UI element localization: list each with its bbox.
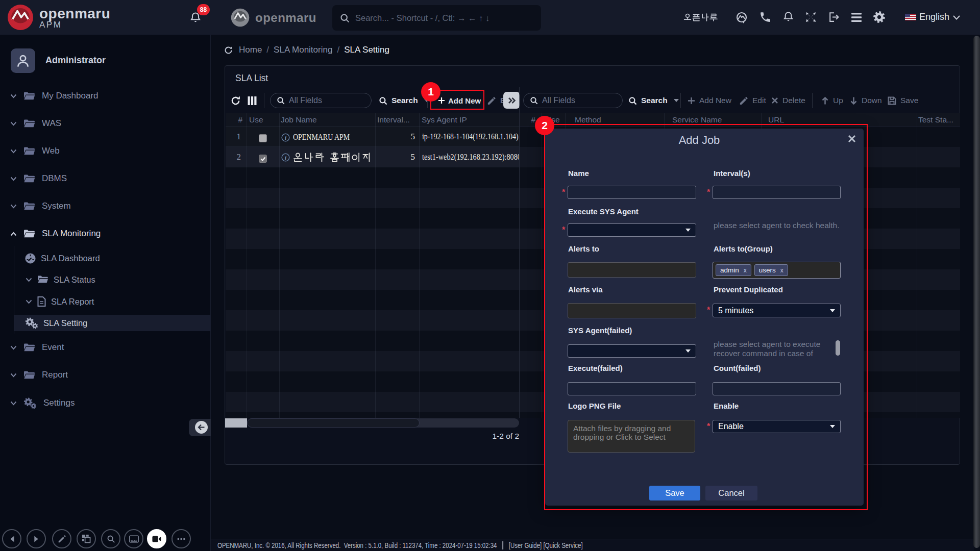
svg-text:i: i (285, 134, 287, 140)
svg-text:i: i (285, 155, 287, 161)
